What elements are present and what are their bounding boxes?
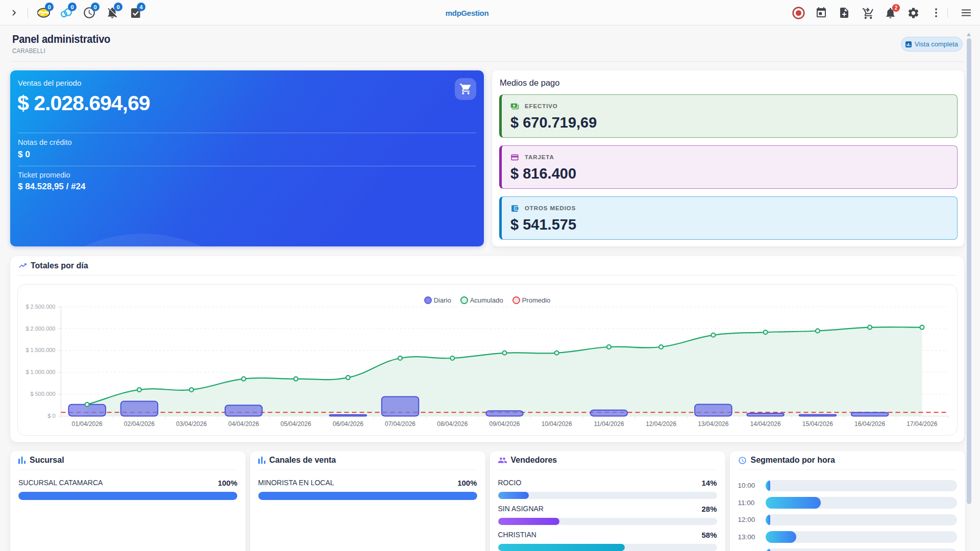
svg-text:05/04/2026: 05/04/2026 bbox=[280, 420, 311, 428]
progress-fill bbox=[18, 492, 237, 500]
card-title: Vendedores bbox=[511, 456, 557, 465]
progress-fill bbox=[766, 531, 796, 543]
navbar-divider bbox=[947, 8, 948, 18]
card-vendedores: VendedoresROCIO14%SIN ASIGNAR28%CHRISTIA… bbox=[490, 451, 725, 551]
scrollbar-up-arrow[interactable] bbox=[967, 33, 971, 36]
payment-method-label: OTROS MEDIOS bbox=[525, 205, 576, 211]
svg-text:01/04/2026: 01/04/2026 bbox=[71, 420, 102, 428]
mercadopago-button[interactable]: 0 bbox=[33, 3, 54, 23]
hamburger-icon bbox=[960, 7, 972, 19]
divider bbox=[18, 133, 476, 133]
clock-button[interactable]: 0 bbox=[79, 3, 100, 23]
progress-fill bbox=[498, 492, 529, 499]
payment-method-label: TARJETA bbox=[525, 154, 554, 160]
page-header: Panel administrativo CARABELLI bbox=[0, 26, 980, 61]
badge: 0 bbox=[68, 3, 77, 11]
svg-text:11/04/2026: 11/04/2026 bbox=[594, 420, 624, 428]
navbar-left-icons: 00004 bbox=[33, 3, 148, 23]
svg-text:17/04/2026: 17/04/2026 bbox=[906, 420, 937, 428]
legend-item-diario[interactable]: Diario bbox=[424, 296, 451, 304]
row-label: ROCIO bbox=[498, 479, 717, 487]
progress-track bbox=[766, 531, 957, 543]
progress-fill bbox=[766, 480, 770, 492]
people-icon bbox=[498, 457, 507, 464]
legend-label: Diario bbox=[434, 296, 451, 304]
legend-item-acumulado[interactable]: Acumulado bbox=[460, 296, 503, 304]
notifications-off-button[interactable]: 0 bbox=[102, 3, 122, 23]
record-button[interactable] bbox=[788, 3, 808, 23]
linked-circles-button[interactable]: 0 bbox=[56, 3, 77, 23]
payment-methods-title: Medios de pago bbox=[500, 78, 559, 88]
row-label: SUCURSAL CATAMARCA bbox=[18, 479, 237, 487]
card-rows: MINORISTA EN LOCAL100% bbox=[258, 470, 477, 500]
payments-icon bbox=[510, 102, 519, 111]
svg-text:15/04/2026: 15/04/2026 bbox=[802, 420, 832, 428]
progress-track bbox=[258, 492, 477, 500]
svg-text:10/04/2026: 10/04/2026 bbox=[541, 420, 572, 428]
payment-methods-card: Medios de pago EFECTIVO$ 670.719,69TARJE… bbox=[492, 70, 964, 246]
avg-ticket-value: $ 84.528,95 / #24 bbox=[18, 182, 85, 192]
badge: 0 bbox=[45, 3, 54, 11]
card-header: Canales de venta bbox=[258, 451, 477, 470]
menu-button[interactable] bbox=[956, 3, 976, 23]
task-check-button[interactable]: 4 bbox=[125, 3, 145, 23]
hour-label: 13:00 bbox=[738, 533, 766, 541]
page-title: Panel administrativo bbox=[12, 33, 110, 46]
badge: 4 bbox=[137, 3, 145, 11]
breakdown-row: SUCURSAL CATAMARCA100% bbox=[18, 479, 237, 500]
cart-icon bbox=[459, 83, 472, 95]
card-title: Segmentado por hora bbox=[751, 456, 835, 465]
payment-method-header: EFECTIVO bbox=[510, 102, 957, 111]
sidebar-expand-button[interactable] bbox=[4, 0, 25, 26]
note-add-button[interactable] bbox=[834, 3, 854, 23]
bell-button[interactable]: 2 bbox=[880, 3, 900, 23]
hour-row: 10:00 bbox=[738, 480, 957, 492]
scrollbar-thumb[interactable] bbox=[967, 38, 971, 504]
card-header: Sucursal bbox=[18, 451, 237, 470]
payment-method-value: $ 541.575 bbox=[510, 216, 957, 233]
breakdown-row: SIN ASIGNAR28% bbox=[498, 505, 717, 525]
credit-notes-label: Notas de crédito bbox=[18, 138, 72, 146]
progress-track bbox=[766, 497, 957, 509]
svg-text:08/04/2026: 08/04/2026 bbox=[437, 420, 468, 428]
payment-method-header: TARJETA bbox=[510, 153, 957, 162]
progress-fill bbox=[766, 514, 770, 526]
daily-totals-chart[interactable]: $ 0$ 500.000$ 1.000.000$ 1.500.000$ 2.00… bbox=[18, 285, 958, 436]
payment-method-value: $ 816.400 bbox=[510, 165, 957, 182]
svg-text:$ 1.000.000: $ 1.000.000 bbox=[26, 369, 55, 375]
card-canales-de-venta: Canales de ventaMINORISTA EN LOCAL100% bbox=[250, 451, 485, 551]
calendar-icon bbox=[815, 7, 827, 19]
credit-notes-value: $ 0 bbox=[18, 149, 30, 160]
credit-card-icon bbox=[510, 153, 519, 162]
calendar-button[interactable] bbox=[811, 3, 831, 23]
bar-chart-icon bbox=[258, 457, 265, 464]
kebab-button[interactable] bbox=[926, 3, 946, 23]
svg-text:$ 2.500.000: $ 2.500.000 bbox=[26, 304, 55, 310]
chart-card-header: Totales por día bbox=[17, 256, 957, 276]
legend-item-promedio[interactable]: Promedio bbox=[512, 296, 551, 304]
breakdown-row: ROCIO14% bbox=[498, 479, 717, 499]
payment-method-otros-medios: OTROS MEDIOS$ 541.575 bbox=[499, 196, 958, 240]
app-brand[interactable]: mdpGestion bbox=[446, 0, 489, 26]
hour-label: 12:00 bbox=[738, 516, 766, 523]
progress-track bbox=[766, 514, 957, 526]
chart-legend: DiarioAcumuladoPromedio bbox=[18, 296, 957, 304]
breakdown-row: MINORISTA EN LOCAL100% bbox=[258, 479, 477, 500]
card-title: Canales de venta bbox=[270, 456, 336, 465]
sales-period-card: Ventas del periodo $ 2.028.694,69 Notas … bbox=[10, 70, 484, 246]
legend-label: Promedio bbox=[522, 296, 551, 304]
vista-completa-button[interactable]: Vista completa bbox=[901, 37, 963, 52]
svg-text:16/04/2026: 16/04/2026 bbox=[854, 420, 885, 428]
svg-text:$ 2.000.000: $ 2.000.000 bbox=[26, 325, 55, 332]
card-rows: SUCURSAL CATAMARCA100% bbox=[18, 470, 237, 500]
trending-up-icon bbox=[18, 261, 27, 270]
cart-checkout-button[interactable] bbox=[857, 3, 877, 23]
chart-title: Totales por día bbox=[31, 261, 88, 270]
hour-row: 14:00 bbox=[738, 548, 957, 551]
navbar-right-icons: 2 bbox=[788, 0, 976, 26]
row-label: CHRISTIAN bbox=[498, 531, 717, 539]
kebab-icon bbox=[930, 7, 942, 19]
svg-text:09/04/2026: 09/04/2026 bbox=[489, 420, 520, 428]
gear-button[interactable] bbox=[903, 3, 923, 23]
cart-button[interactable] bbox=[455, 78, 476, 100]
